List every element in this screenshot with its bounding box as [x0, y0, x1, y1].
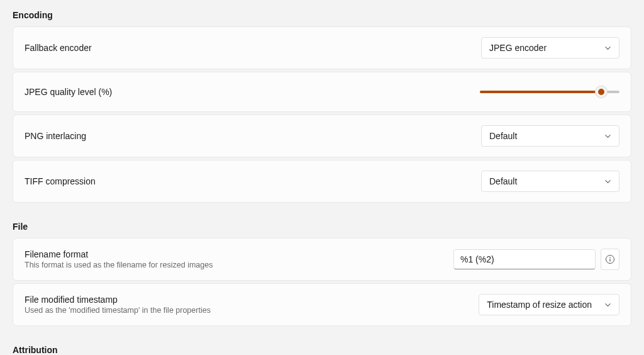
info-icon — [605, 254, 615, 264]
sub-modified-timestamp: Used as the 'modified timestamp' in the … — [25, 306, 211, 315]
svg-point-1 — [609, 257, 611, 258]
slider-jpeg-quality[interactable] — [480, 91, 619, 93]
svg-rect-2 — [609, 259, 610, 262]
select-fallback-encoder[interactable]: JPEG encoder — [481, 37, 619, 59]
row-filename-format: Filename format This format is used as t… — [13, 238, 631, 281]
row-fallback-encoder: Fallback encoder JPEG encoder — [13, 26, 631, 69]
chevron-down-icon — [604, 133, 611, 140]
sub-filename-format: This format is used as the filename for … — [25, 261, 213, 269]
label-jpeg-quality: JPEG quality level (%) — [25, 87, 112, 97]
select-png-interlacing-value: Default — [489, 131, 517, 141]
row-tiff-compression: TIFF compression Default — [13, 160, 631, 203]
slider-thumb[interactable] — [596, 86, 607, 98]
chevron-down-icon — [604, 301, 611, 308]
label-fallback-encoder: Fallback encoder — [25, 43, 92, 53]
row-png-interlacing: PNG interlacing Default — [13, 115, 631, 157]
label-png-interlacing: PNG interlacing — [25, 131, 86, 141]
row-modified-timestamp: File modified timestamp Used as the 'mod… — [13, 283, 631, 326]
select-png-interlacing[interactable]: Default — [481, 125, 619, 147]
chevron-down-icon — [604, 178, 611, 185]
select-fallback-encoder-value: JPEG encoder — [489, 43, 547, 53]
label-filename-format: Filename format — [25, 249, 213, 259]
select-tiff-compression-value: Default — [489, 176, 517, 186]
section-header-attribution: Attribution — [13, 345, 631, 355]
select-modified-timestamp[interactable]: Timestamp of resize action — [479, 294, 619, 315]
section-header-encoding: Encoding — [13, 10, 631, 20]
section-header-file: File — [13, 222, 631, 232]
select-tiff-compression[interactable]: Default — [481, 171, 619, 192]
chevron-down-icon — [604, 45, 611, 52]
info-button[interactable] — [601, 249, 619, 270]
label-modified-timestamp: File modified timestamp — [25, 295, 211, 305]
row-jpeg-quality: JPEG quality level (%) — [13, 72, 631, 112]
label-tiff-compression: TIFF compression — [25, 176, 96, 186]
select-modified-timestamp-value: Timestamp of resize action — [487, 300, 592, 310]
input-filename-format[interactable] — [453, 249, 596, 269]
